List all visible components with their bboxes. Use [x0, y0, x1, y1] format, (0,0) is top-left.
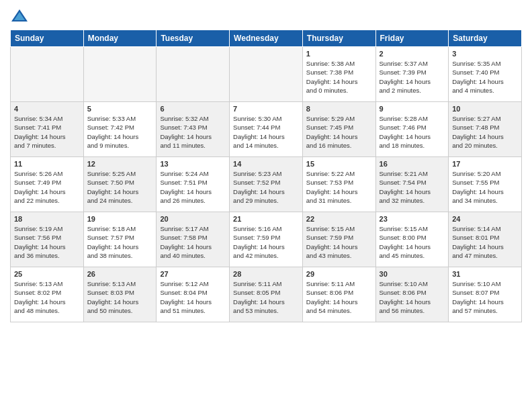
day-number: 17	[452, 160, 518, 168]
day-info: Sunrise: 5:17 AM Sunset: 7:58 PM Dayligh…	[160, 224, 226, 260]
day-number: 14	[233, 160, 299, 168]
day-info: Sunrise: 5:21 AM Sunset: 7:54 PM Dayligh…	[380, 169, 445, 205]
day-info: Sunrise: 5:19 AM Sunset: 7:56 PM Dayligh…	[14, 224, 80, 260]
calendar-cell: 29Sunrise: 5:11 AM Sunset: 8:06 PM Dayli…	[302, 267, 375, 322]
calendar-week-row: 4Sunrise: 5:34 AM Sunset: 7:41 PM Daylig…	[11, 102, 522, 157]
day-number: 7	[233, 105, 299, 113]
calendar-table: SundayMondayTuesdayWednesdayThursdayFrid…	[10, 30, 522, 322]
day-info: Sunrise: 5:25 AM Sunset: 7:50 PM Dayligh…	[87, 169, 153, 205]
day-number: 2	[380, 50, 445, 58]
calendar-cell: 30Sunrise: 5:10 AM Sunset: 8:06 PM Dayli…	[375, 267, 449, 322]
calendar-week-row: 1Sunrise: 5:38 AM Sunset: 7:38 PM Daylig…	[11, 47, 522, 102]
page-container: SundayMondayTuesdayWednesdayThursdayFrid…	[0, 0, 532, 326]
calendar-cell: 7Sunrise: 5:30 AM Sunset: 7:44 PM Daylig…	[230, 102, 303, 157]
calendar-cell: 24Sunrise: 5:14 AM Sunset: 8:01 PM Dayli…	[449, 212, 522, 267]
calendar-week-row: 11Sunrise: 5:26 AM Sunset: 7:49 PM Dayli…	[11, 157, 522, 212]
header	[10, 7, 522, 26]
day-number: 25	[14, 270, 80, 278]
day-info: Sunrise: 5:34 AM Sunset: 7:41 PM Dayligh…	[14, 114, 80, 150]
calendar-header-cell: Monday	[83, 30, 157, 47]
day-info: Sunrise: 5:37 AM Sunset: 7:39 PM Dayligh…	[380, 59, 445, 95]
day-info: Sunrise: 5:12 AM Sunset: 8:04 PM Dayligh…	[160, 279, 226, 315]
calendar-cell	[83, 47, 157, 102]
calendar-cell: 12Sunrise: 5:25 AM Sunset: 7:50 PM Dayli…	[83, 157, 157, 212]
day-info: Sunrise: 5:10 AM Sunset: 8:06 PM Dayligh…	[380, 279, 445, 315]
calendar-header-cell: Sunday	[11, 30, 84, 47]
day-number: 29	[306, 270, 372, 278]
day-info: Sunrise: 5:30 AM Sunset: 7:44 PM Dayligh…	[233, 114, 299, 150]
day-number: 12	[87, 160, 153, 168]
day-info: Sunrise: 5:35 AM Sunset: 7:40 PM Dayligh…	[452, 59, 518, 95]
day-info: Sunrise: 5:13 AM Sunset: 8:02 PM Dayligh…	[14, 279, 80, 315]
day-number: 28	[233, 270, 299, 278]
day-info: Sunrise: 5:29 AM Sunset: 7:45 PM Dayligh…	[306, 114, 372, 150]
calendar-header-cell: Thursday	[302, 30, 375, 47]
calendar-cell	[157, 47, 230, 102]
calendar-cell: 17Sunrise: 5:20 AM Sunset: 7:55 PM Dayli…	[449, 157, 522, 212]
day-number: 20	[160, 215, 226, 223]
day-number: 16	[380, 160, 445, 168]
calendar-cell: 19Sunrise: 5:18 AM Sunset: 7:57 PM Dayli…	[83, 212, 157, 267]
day-number: 19	[87, 215, 153, 223]
calendar-cell: 4Sunrise: 5:34 AM Sunset: 7:41 PM Daylig…	[11, 102, 84, 157]
day-number: 8	[306, 105, 372, 113]
logo-icon	[10, 7, 29, 26]
day-info: Sunrise: 5:11 AM Sunset: 8:05 PM Dayligh…	[233, 279, 299, 315]
day-info: Sunrise: 5:16 AM Sunset: 7:59 PM Dayligh…	[233, 224, 299, 260]
calendar-cell: 2Sunrise: 5:37 AM Sunset: 7:39 PM Daylig…	[375, 47, 449, 102]
calendar-cell: 31Sunrise: 5:10 AM Sunset: 8:07 PM Dayli…	[449, 267, 522, 322]
calendar-header-cell: Tuesday	[157, 30, 230, 47]
day-info: Sunrise: 5:11 AM Sunset: 8:06 PM Dayligh…	[306, 279, 372, 315]
calendar-week-row: 18Sunrise: 5:19 AM Sunset: 7:56 PM Dayli…	[11, 212, 522, 267]
calendar-cell: 13Sunrise: 5:24 AM Sunset: 7:51 PM Dayli…	[157, 157, 230, 212]
calendar-cell	[11, 47, 84, 102]
calendar-cell: 6Sunrise: 5:32 AM Sunset: 7:43 PM Daylig…	[157, 102, 230, 157]
day-number: 27	[160, 270, 226, 278]
calendar-cell: 8Sunrise: 5:29 AM Sunset: 7:45 PM Daylig…	[302, 102, 375, 157]
calendar-cell: 16Sunrise: 5:21 AM Sunset: 7:54 PM Dayli…	[375, 157, 449, 212]
calendar-cell: 9Sunrise: 5:28 AM Sunset: 7:46 PM Daylig…	[375, 102, 449, 157]
calendar-cell: 15Sunrise: 5:22 AM Sunset: 7:53 PM Dayli…	[302, 157, 375, 212]
day-number: 11	[14, 160, 80, 168]
calendar-cell: 22Sunrise: 5:15 AM Sunset: 7:59 PM Dayli…	[302, 212, 375, 267]
day-number: 15	[306, 160, 372, 168]
calendar-cell: 26Sunrise: 5:13 AM Sunset: 8:03 PM Dayli…	[83, 267, 157, 322]
day-info: Sunrise: 5:13 AM Sunset: 8:03 PM Dayligh…	[87, 279, 153, 315]
calendar-cell: 21Sunrise: 5:16 AM Sunset: 7:59 PM Dayli…	[230, 212, 303, 267]
day-number: 26	[87, 270, 153, 278]
day-info: Sunrise: 5:15 AM Sunset: 7:59 PM Dayligh…	[306, 224, 372, 260]
day-info: Sunrise: 5:27 AM Sunset: 7:48 PM Dayligh…	[452, 114, 518, 150]
calendar-cell: 23Sunrise: 5:15 AM Sunset: 8:00 PM Dayli…	[375, 212, 449, 267]
calendar-cell: 5Sunrise: 5:33 AM Sunset: 7:42 PM Daylig…	[83, 102, 157, 157]
day-number: 18	[14, 215, 80, 223]
day-info: Sunrise: 5:32 AM Sunset: 7:43 PM Dayligh…	[160, 114, 226, 150]
day-info: Sunrise: 5:18 AM Sunset: 7:57 PM Dayligh…	[87, 224, 153, 260]
calendar-cell	[230, 47, 303, 102]
day-number: 5	[87, 105, 153, 113]
day-number: 24	[452, 215, 518, 223]
day-info: Sunrise: 5:10 AM Sunset: 8:07 PM Dayligh…	[452, 279, 518, 315]
calendar-cell: 1Sunrise: 5:38 AM Sunset: 7:38 PM Daylig…	[302, 47, 375, 102]
day-info: Sunrise: 5:20 AM Sunset: 7:55 PM Dayligh…	[452, 169, 518, 205]
calendar-cell: 20Sunrise: 5:17 AM Sunset: 7:58 PM Dayli…	[157, 212, 230, 267]
day-info: Sunrise: 5:38 AM Sunset: 7:38 PM Dayligh…	[306, 59, 372, 95]
day-number: 30	[380, 270, 445, 278]
calendar-header-cell: Wednesday	[230, 30, 303, 47]
day-info: Sunrise: 5:33 AM Sunset: 7:42 PM Dayligh…	[87, 114, 153, 150]
day-info: Sunrise: 5:26 AM Sunset: 7:49 PM Dayligh…	[14, 169, 80, 205]
day-number: 6	[160, 105, 226, 113]
calendar-week-row: 25Sunrise: 5:13 AM Sunset: 8:02 PM Dayli…	[11, 267, 522, 322]
calendar-cell: 14Sunrise: 5:23 AM Sunset: 7:52 PM Dayli…	[230, 157, 303, 212]
day-info: Sunrise: 5:22 AM Sunset: 7:53 PM Dayligh…	[306, 169, 372, 205]
day-number: 21	[233, 215, 299, 223]
day-number: 9	[380, 105, 445, 113]
logo	[10, 7, 32, 26]
day-number: 10	[452, 105, 518, 113]
calendar-cell: 3Sunrise: 5:35 AM Sunset: 7:40 PM Daylig…	[449, 47, 522, 102]
day-info: Sunrise: 5:28 AM Sunset: 7:46 PM Dayligh…	[380, 114, 445, 150]
calendar-header-row: SundayMondayTuesdayWednesdayThursdayFrid…	[11, 30, 522, 47]
calendar-cell: 10Sunrise: 5:27 AM Sunset: 7:48 PM Dayli…	[449, 102, 522, 157]
day-info: Sunrise: 5:23 AM Sunset: 7:52 PM Dayligh…	[233, 169, 299, 205]
calendar-cell: 28Sunrise: 5:11 AM Sunset: 8:05 PM Dayli…	[230, 267, 303, 322]
day-number: 23	[380, 215, 445, 223]
